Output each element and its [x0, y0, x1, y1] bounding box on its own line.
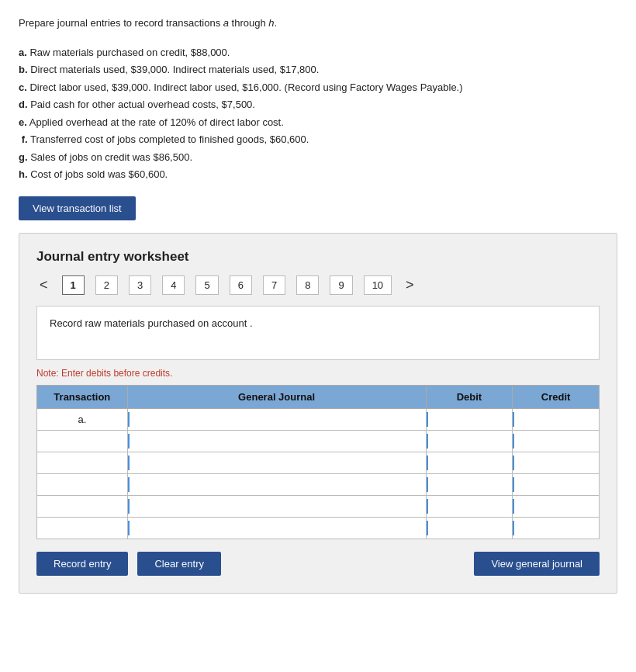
- tab-9[interactable]: 9: [330, 275, 352, 295]
- debit-input-5[interactable]: [427, 499, 513, 514]
- transaction-description: Record raw materials purchased on accoun…: [36, 306, 600, 360]
- general-journal-cell-4[interactable]: [127, 473, 426, 495]
- table-row: [37, 452, 600, 473]
- debit-input-1[interactable]: [427, 412, 513, 427]
- view-general-journal-button[interactable]: View general journal: [474, 552, 600, 576]
- journal-input-6[interactable]: [128, 521, 426, 535]
- action-buttons: Record entry Clear entry View general jo…: [36, 552, 600, 576]
- credit-input-3[interactable]: [513, 456, 599, 470]
- transaction-label-4: [37, 473, 128, 495]
- intro-section: Prepare journal entries to record transa…: [19, 16, 617, 182]
- credit-input-6[interactable]: [513, 521, 599, 535]
- col-transaction: Transaction: [37, 385, 128, 408]
- journal-input-1[interactable]: [128, 412, 426, 427]
- credit-cell-6[interactable]: [513, 517, 600, 539]
- debit-cell-2[interactable]: [426, 430, 513, 452]
- table-row: [37, 473, 600, 495]
- credit-cell-2[interactable]: [513, 430, 600, 452]
- debit-cell-3[interactable]: [426, 452, 513, 473]
- debit-cell-5[interactable]: [426, 495, 513, 517]
- transaction-label-3: [37, 452, 128, 473]
- credit-input-4[interactable]: [513, 477, 599, 492]
- record-entry-button[interactable]: Record entry: [36, 552, 128, 576]
- col-debit: Debit: [426, 385, 513, 408]
- journal-input-4[interactable]: [128, 477, 426, 492]
- tab-5[interactable]: 5: [195, 275, 218, 295]
- debit-input-4[interactable]: [427, 477, 513, 492]
- credit-cell-1[interactable]: [513, 408, 600, 430]
- debit-cell-4[interactable]: [426, 473, 513, 495]
- worksheet-title: Journal entry worksheet: [36, 249, 600, 265]
- transaction-label-2: [37, 430, 128, 452]
- transaction-label-6: [37, 517, 128, 539]
- debit-input-3[interactable]: [427, 456, 513, 470]
- credit-cell-4[interactable]: [513, 473, 600, 495]
- debit-cell-1[interactable]: [426, 408, 513, 430]
- credit-cell-3[interactable]: [513, 452, 600, 473]
- general-journal-cell-1[interactable]: [127, 408, 426, 430]
- credit-input-1[interactable]: [513, 412, 599, 427]
- general-journal-cell-3[interactable]: [127, 452, 426, 473]
- table-row: [37, 495, 600, 517]
- credit-input-2[interactable]: [513, 434, 599, 449]
- prev-arrow[interactable]: <: [36, 277, 51, 293]
- general-journal-cell-2[interactable]: [127, 430, 426, 452]
- tab-1[interactable]: 1: [62, 275, 85, 295]
- note-text: Note: Enter debits before credits.: [36, 368, 600, 379]
- debit-cell-6[interactable]: [426, 517, 513, 539]
- table-row: [37, 430, 600, 452]
- debit-input-2[interactable]: [427, 434, 513, 449]
- general-journal-cell-5[interactable]: [127, 495, 426, 517]
- col-general-journal: General Journal: [127, 385, 426, 408]
- next-arrow[interactable]: >: [403, 277, 417, 293]
- transaction-label-a: a.: [37, 408, 128, 430]
- view-transaction-list-button[interactable]: View transaction list: [19, 196, 136, 220]
- journal-input-2[interactable]: [128, 434, 426, 449]
- tab-8[interactable]: 8: [296, 275, 319, 295]
- tab-6[interactable]: 6: [230, 275, 252, 295]
- intro-heading: Prepare journal entries to record transa…: [19, 16, 617, 31]
- journal-table: Transaction General Journal Debit Credit…: [36, 385, 600, 539]
- tab-3[interactable]: 3: [129, 275, 151, 295]
- tab-10[interactable]: 10: [364, 275, 392, 295]
- debit-input-6[interactable]: [427, 521, 513, 535]
- table-row: [37, 517, 600, 539]
- journal-entry-worksheet: Journal entry worksheet < 1 2 3 4 5 6 7 …: [19, 233, 617, 594]
- table-row: a.: [37, 408, 600, 430]
- tab-7[interactable]: 7: [263, 275, 285, 295]
- clear-entry-button[interactable]: Clear entry: [137, 552, 221, 576]
- tab-2[interactable]: 2: [95, 275, 118, 295]
- transaction-list: a. Raw materials purchased on credit, $8…: [19, 45, 617, 182]
- tab-navigation: < 1 2 3 4 5 6 7 8 9 10 >: [36, 275, 600, 295]
- credit-cell-5[interactable]: [513, 495, 600, 517]
- journal-input-5[interactable]: [128, 499, 426, 514]
- transaction-label-5: [37, 495, 128, 517]
- col-credit: Credit: [513, 385, 600, 408]
- general-journal-cell-6[interactable]: [127, 517, 426, 539]
- tab-4[interactable]: 4: [162, 275, 185, 295]
- journal-input-3[interactable]: [128, 456, 426, 470]
- credit-input-5[interactable]: [513, 499, 599, 514]
